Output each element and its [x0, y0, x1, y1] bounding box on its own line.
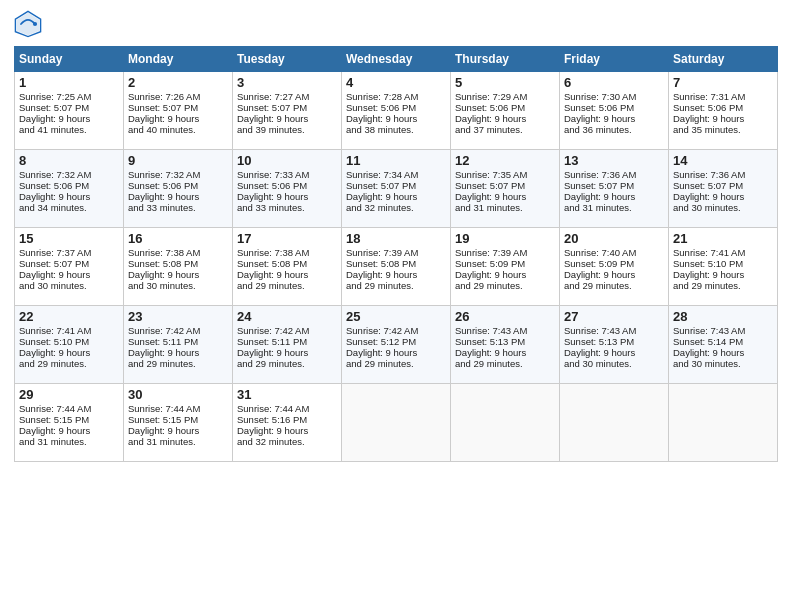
cell-line: and 31 minutes. [19, 436, 119, 447]
cell-line: Sunset: 5:08 PM [237, 258, 337, 269]
day-number: 20 [564, 231, 664, 246]
calendar-cell: 26Sunrise: 7:43 AMSunset: 5:13 PMDayligh… [451, 306, 560, 384]
calendar-cell: 3Sunrise: 7:27 AMSunset: 5:07 PMDaylight… [233, 72, 342, 150]
cell-line: Daylight: 9 hours [564, 113, 664, 124]
cell-line: Daylight: 9 hours [455, 191, 555, 202]
cell-line: Sunrise: 7:44 AM [128, 403, 228, 414]
day-number: 26 [455, 309, 555, 324]
cell-line: Sunset: 5:09 PM [455, 258, 555, 269]
logo [14, 10, 46, 38]
cell-line: and 37 minutes. [455, 124, 555, 135]
cell-line: Sunset: 5:07 PM [564, 180, 664, 191]
cell-line: and 29 minutes. [346, 358, 446, 369]
day-number: 12 [455, 153, 555, 168]
cell-line: Daylight: 9 hours [128, 425, 228, 436]
day-number: 29 [19, 387, 119, 402]
calendar-week-row: 15Sunrise: 7:37 AMSunset: 5:07 PMDayligh… [15, 228, 778, 306]
cell-line: Daylight: 9 hours [128, 269, 228, 280]
weekday-header-thursday: Thursday [451, 47, 560, 72]
calendar-cell: 15Sunrise: 7:37 AMSunset: 5:07 PMDayligh… [15, 228, 124, 306]
cell-line: Sunset: 5:10 PM [673, 258, 773, 269]
calendar-week-row: 8Sunrise: 7:32 AMSunset: 5:06 PMDaylight… [15, 150, 778, 228]
calendar-cell: 29Sunrise: 7:44 AMSunset: 5:15 PMDayligh… [15, 384, 124, 462]
cell-line: and 30 minutes. [673, 358, 773, 369]
cell-line: Daylight: 9 hours [19, 113, 119, 124]
calendar-cell: 25Sunrise: 7:42 AMSunset: 5:12 PMDayligh… [342, 306, 451, 384]
day-number: 22 [19, 309, 119, 324]
cell-line: Sunrise: 7:43 AM [455, 325, 555, 336]
cell-line: Sunset: 5:06 PM [237, 180, 337, 191]
calendar-cell: 28Sunrise: 7:43 AMSunset: 5:14 PMDayligh… [669, 306, 778, 384]
cell-line: Daylight: 9 hours [237, 191, 337, 202]
cell-line: Sunrise: 7:39 AM [346, 247, 446, 258]
calendar-cell: 18Sunrise: 7:39 AMSunset: 5:08 PMDayligh… [342, 228, 451, 306]
day-number: 3 [237, 75, 337, 90]
day-number: 23 [128, 309, 228, 324]
cell-line: Sunset: 5:15 PM [128, 414, 228, 425]
calendar-cell: 17Sunrise: 7:38 AMSunset: 5:08 PMDayligh… [233, 228, 342, 306]
cell-line: Sunset: 5:07 PM [346, 180, 446, 191]
cell-line: Sunset: 5:08 PM [128, 258, 228, 269]
cell-line: Sunrise: 7:36 AM [564, 169, 664, 180]
cell-line: Daylight: 9 hours [564, 269, 664, 280]
cell-line: Daylight: 9 hours [19, 425, 119, 436]
cell-line: Sunset: 5:15 PM [19, 414, 119, 425]
day-number: 27 [564, 309, 664, 324]
day-number: 15 [19, 231, 119, 246]
cell-line: Sunrise: 7:42 AM [128, 325, 228, 336]
cell-line: Daylight: 9 hours [19, 269, 119, 280]
day-number: 9 [128, 153, 228, 168]
day-number: 17 [237, 231, 337, 246]
cell-line: and 36 minutes. [564, 124, 664, 135]
cell-line: Daylight: 9 hours [19, 191, 119, 202]
cell-line: Daylight: 9 hours [673, 191, 773, 202]
cell-line: and 31 minutes. [455, 202, 555, 213]
day-number: 19 [455, 231, 555, 246]
cell-line: and 29 minutes. [128, 358, 228, 369]
cell-line: and 29 minutes. [564, 280, 664, 291]
cell-line: Sunset: 5:09 PM [564, 258, 664, 269]
cell-line: and 30 minutes. [673, 202, 773, 213]
cell-line: Sunrise: 7:31 AM [673, 91, 773, 102]
cell-line: Sunrise: 7:39 AM [455, 247, 555, 258]
cell-line: and 29 minutes. [237, 358, 337, 369]
cell-line: Sunrise: 7:38 AM [237, 247, 337, 258]
cell-line: Daylight: 9 hours [673, 269, 773, 280]
calendar-cell: 10Sunrise: 7:33 AMSunset: 5:06 PMDayligh… [233, 150, 342, 228]
cell-line: Sunset: 5:06 PM [128, 180, 228, 191]
cell-line: and 29 minutes. [673, 280, 773, 291]
cell-line: Sunrise: 7:32 AM [128, 169, 228, 180]
cell-line: and 29 minutes. [346, 280, 446, 291]
cell-line: and 30 minutes. [564, 358, 664, 369]
day-number: 13 [564, 153, 664, 168]
cell-line: Daylight: 9 hours [455, 269, 555, 280]
day-number: 7 [673, 75, 773, 90]
calendar-cell: 19Sunrise: 7:39 AMSunset: 5:09 PMDayligh… [451, 228, 560, 306]
cell-line: Daylight: 9 hours [128, 347, 228, 358]
cell-line: Sunrise: 7:43 AM [673, 325, 773, 336]
day-number: 24 [237, 309, 337, 324]
cell-line: Sunset: 5:10 PM [19, 336, 119, 347]
svg-point-2 [33, 22, 37, 26]
day-number: 14 [673, 153, 773, 168]
cell-line: Sunset: 5:07 PM [19, 258, 119, 269]
cell-line: Sunrise: 7:36 AM [673, 169, 773, 180]
cell-line: and 33 minutes. [128, 202, 228, 213]
cell-line: Daylight: 9 hours [564, 347, 664, 358]
day-number: 28 [673, 309, 773, 324]
calendar-cell: 24Sunrise: 7:42 AMSunset: 5:11 PMDayligh… [233, 306, 342, 384]
calendar-cell: 31Sunrise: 7:44 AMSunset: 5:16 PMDayligh… [233, 384, 342, 462]
calendar-cell: 7Sunrise: 7:31 AMSunset: 5:06 PMDaylight… [669, 72, 778, 150]
cell-line: Sunrise: 7:29 AM [455, 91, 555, 102]
cell-line: Sunrise: 7:42 AM [237, 325, 337, 336]
calendar-header: SundayMondayTuesdayWednesdayThursdayFrid… [15, 47, 778, 72]
cell-line: Sunrise: 7:42 AM [346, 325, 446, 336]
cell-line: Sunrise: 7:43 AM [564, 325, 664, 336]
cell-line: Sunset: 5:06 PM [19, 180, 119, 191]
cell-line: Daylight: 9 hours [237, 425, 337, 436]
cell-line: Sunrise: 7:38 AM [128, 247, 228, 258]
cell-line: Sunset: 5:12 PM [346, 336, 446, 347]
cell-line: Daylight: 9 hours [673, 113, 773, 124]
cell-line: Daylight: 9 hours [564, 191, 664, 202]
cell-line: Sunset: 5:11 PM [128, 336, 228, 347]
